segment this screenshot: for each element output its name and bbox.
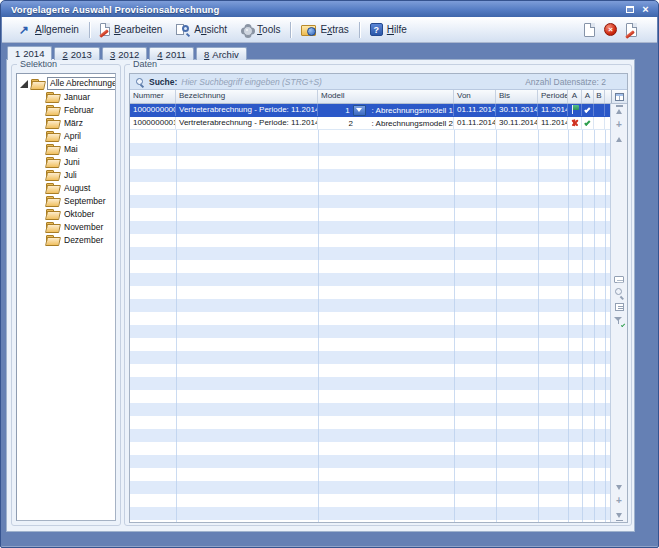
column-gridline (318, 130, 319, 523)
tree-month-label: Oktober (64, 209, 94, 219)
folder-open-icon (46, 92, 59, 102)
column-gridline (582, 130, 583, 523)
tree-month-item[interactable]: August (17, 182, 115, 194)
menu-hilfe[interactable]: ? Hilfe (363, 21, 414, 38)
restore-button[interactable] (623, 3, 636, 15)
folder-open-icon (46, 157, 59, 167)
menu-hilfe-label: Hilfe (387, 24, 407, 35)
column-header-nummer[interactable]: Nummer (130, 90, 176, 103)
record-count: Anzahl Datensätze: 2 (525, 77, 622, 87)
tree-month-label: März (64, 118, 83, 128)
scroll-top-icon[interactable] (615, 107, 624, 115)
scroll-drag-icon[interactable] (615, 121, 624, 129)
edit-page-icon (100, 23, 110, 36)
tree-month-item[interactable]: Dezember (17, 234, 115, 246)
column-gridline (605, 130, 606, 523)
grid-row-2[interactable]: 1000000001 Vertreterabrechnung - Periode… (130, 117, 611, 130)
tree-month-label: September (64, 196, 106, 206)
extras-folder-icon (301, 24, 316, 36)
column-chooser-icon (615, 93, 624, 101)
tree-month-label: Mai (64, 144, 78, 154)
column-header-a2[interactable]: A (582, 90, 594, 103)
menu-tools[interactable]: Tools (234, 22, 287, 38)
grid-row-1[interactable]: 1000000000 Vertreterabrechnung - Periode… (130, 104, 611, 117)
new-document-icon[interactable] (584, 23, 595, 37)
cell-von: 01.11.2014 (454, 104, 496, 116)
window-title: Vorgelagerte Auswahl Provisionsabrechnun… (11, 4, 620, 15)
tab-archiv[interactable]: 8Archiv (196, 47, 247, 60)
menu-allgemein[interactable]: ↗ Allgemein (10, 21, 86, 39)
menu-tools-label: Tools (257, 24, 280, 35)
cell-bezeichnung: Vertreterabrechnung - Periode: 11.2014 (176, 104, 318, 116)
cell-status-b (582, 117, 594, 129)
cancelled-status-icon (570, 118, 580, 128)
tree-month-item[interactable]: November (17, 221, 115, 233)
daten-groupbox: Daten Suche: Hier Suchbegriff eingeben (… (124, 64, 632, 526)
column-header-von[interactable]: Von (454, 90, 496, 103)
tree-month-item[interactable]: Februar (17, 104, 115, 116)
column-header-a1[interactable]: A (568, 90, 582, 103)
tree-month-label: Juli (64, 170, 77, 180)
tree-month-label: April (64, 131, 81, 141)
scroll-bottom-icon[interactable] (615, 511, 624, 519)
cell-status-c (594, 104, 605, 116)
column-gridline (176, 130, 177, 523)
modell-dropdown-button[interactable] (353, 105, 366, 116)
tree-root-item[interactable]: Alle Abrechnungen (17, 77, 115, 90)
tab-2012[interactable]: 32012 (102, 47, 147, 60)
column-gridline (594, 130, 595, 523)
tree-month-item[interactable]: Januar (17, 91, 115, 103)
grid-header-row: Nummer Bezeichnung Modell Von Bis Period… (130, 90, 627, 104)
menu-extras[interactable]: Extras (294, 22, 355, 38)
toolbar-separator (89, 22, 90, 38)
year-tab-strip: 12014 22013 32012 42011 8Archiv (7, 46, 249, 60)
column-header-periode[interactable]: Periode (538, 90, 568, 103)
cell-nummer: 1000000000 (130, 104, 176, 116)
tree-month-item[interactable]: Juli (17, 169, 115, 181)
scroll-down-icon[interactable] (615, 483, 624, 491)
tree-month-item[interactable]: Oktober (17, 208, 115, 220)
column-gridline (568, 130, 569, 523)
folder-open-icon (46, 222, 59, 232)
search-panel: Suche: Hier Suchbegriff eingeben (STRG+S… (130, 74, 627, 90)
tree-month-label: November (64, 222, 103, 232)
cell-nummer: 1000000001 (130, 117, 176, 129)
tree-month-item[interactable]: Juni (17, 156, 115, 168)
tab-2011[interactable]: 42011 (149, 47, 194, 60)
column-header-b[interactable]: B (594, 90, 605, 103)
app-window: Vorgelagerte Auswahl Provisionsabrechnun… (0, 0, 659, 548)
grid-empty-rows (130, 130, 611, 523)
tree-month-item[interactable]: April (17, 130, 115, 142)
records-list-icon[interactable] (615, 303, 624, 311)
search-strip-icon[interactable] (614, 288, 624, 298)
tree-month-item[interactable]: März (17, 117, 115, 129)
search-input[interactable]: Hier Suchbegriff eingeben (STRG+S) (181, 77, 322, 87)
menu-ansicht[interactable]: Ansicht (169, 21, 234, 39)
help-icon: ? (370, 23, 383, 36)
tree-month-item[interactable]: Mai (17, 143, 115, 155)
column-header-bezeichnung[interactable]: Bezeichnung (176, 90, 318, 103)
abort-icon[interactable]: × (604, 23, 617, 36)
search-icon (135, 77, 145, 87)
column-header-bis[interactable]: Bis (496, 90, 538, 103)
close-button[interactable]: × (639, 3, 652, 15)
filter-icon[interactable] (614, 316, 624, 326)
menu-ansicht-label: Ansicht (194, 24, 227, 35)
column-header-modell[interactable]: Modell (318, 90, 454, 103)
tab-2013[interactable]: 22013 (54, 47, 99, 60)
menu-allgemein-label: Allgemein (35, 24, 79, 35)
keyboard-icon[interactable] (614, 276, 624, 283)
column-chooser-button[interactable] (611, 90, 627, 103)
tab-2014[interactable]: 12014 (7, 46, 52, 60)
scroll-up-icon[interactable] (615, 135, 624, 143)
cell-modell: 2 : Abrechnungsmodell 2 (318, 117, 454, 129)
tree-expander-icon[interactable] (20, 80, 28, 88)
tree-month-item[interactable]: September (17, 195, 115, 207)
scroll-drag-icon[interactable] (615, 497, 624, 505)
tree-months: JanuarFebruarMärzAprilMaiJuniJuliAugustS… (17, 91, 115, 246)
folder-open-icon (46, 105, 59, 115)
menu-bearbeiten[interactable]: Bearbeiten (93, 21, 169, 38)
tree-root-label: Alle Abrechnungen (47, 77, 116, 90)
cell-status-a (568, 104, 582, 116)
exit-icon[interactable] (626, 23, 637, 37)
